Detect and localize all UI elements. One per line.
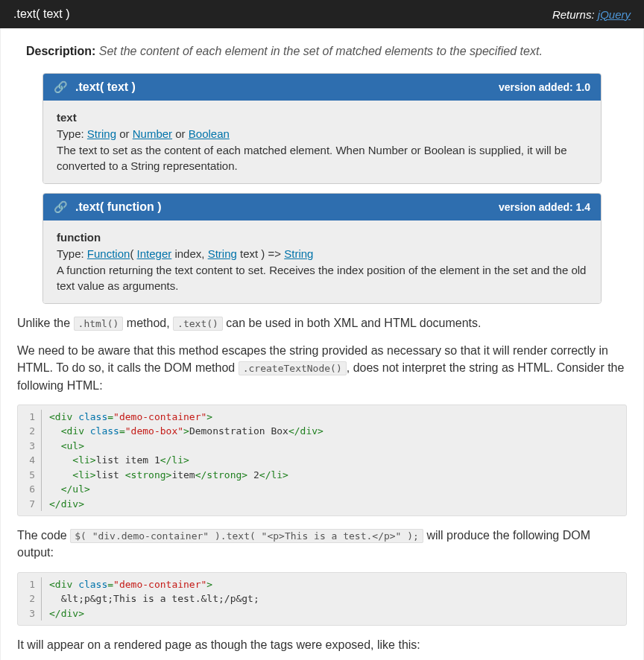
method-header: .text( text ) Returns: jQuery (0, 0, 644, 28)
paragraph: We need to be aware that this method esc… (17, 342, 627, 394)
link-icon[interactable]: 🔗 (54, 80, 68, 94)
line-number: 2 (25, 424, 42, 439)
signature-box: 🔗 .text( text ) version added: 1.0 text … (42, 73, 602, 184)
signature-name: .text( text ) (75, 80, 499, 94)
paragraph: Unlike the .html() method, .text() can b… (17, 314, 627, 331)
type-link[interactable]: String (208, 247, 237, 260)
type-link[interactable]: Integer (137, 247, 172, 260)
description-text: Set the content of each element in the s… (99, 45, 543, 57)
type-link[interactable]: String (87, 127, 116, 140)
line-number: 6 (25, 482, 42, 497)
type-link[interactable]: Number (133, 127, 172, 140)
inline-code: .html() (74, 317, 124, 331)
type-link[interactable]: String (284, 247, 313, 260)
line-number: 3 (25, 606, 42, 621)
signature-header: 🔗 .text( function ) version added: 1.4 (43, 194, 601, 220)
returns-label: Returns: (552, 8, 595, 21)
signature-header: 🔗 .text( text ) version added: 1.0 (43, 74, 601, 101)
signature-name: .text( function ) (75, 200, 499, 214)
line-number: 3 (25, 439, 42, 454)
paragraph: It will appear on a rendered page as tho… (17, 636, 627, 653)
inline-code: .text() (173, 317, 223, 331)
returns: Returns: jQuery (552, 8, 631, 21)
type-link[interactable]: Function (87, 247, 130, 260)
param-name: function (57, 229, 587, 246)
line-number: 5 (25, 468, 42, 483)
description: Description: Set the content of each ele… (26, 45, 618, 58)
line-number: 1 (25, 410, 42, 425)
line-number: 4 (25, 453, 42, 468)
code-block: 1<div class="demo-container"> 2 &lt;p&gt… (17, 572, 627, 626)
returns-type-link[interactable]: jQuery (598, 8, 631, 21)
signature-box: 🔗 .text( function ) version added: 1.4 f… (42, 193, 602, 304)
version-added: version added: 1.4 (499, 201, 590, 213)
line-number: 2 (25, 591, 42, 606)
long-description: Unlike the .html() method, .text() can b… (16, 314, 628, 660)
param-name: text (57, 110, 587, 126)
code-block: 1<div class="demo-container"> 2 <div cla… (17, 404, 627, 517)
inline-code: $( "div.demo-container" ).text( "<p>This… (70, 529, 423, 543)
signature-body: function Type: Function( Integer index, … (43, 220, 601, 303)
description-label: Description: (26, 45, 95, 57)
signature-body: text Type: String or Number or Boolean T… (43, 101, 601, 183)
param-type: Type: String or Number or Boolean (57, 126, 587, 142)
line-number: 7 (25, 497, 42, 512)
version-added: version added: 1.0 (499, 81, 590, 93)
method-title: .text( text ) (13, 7, 70, 21)
paragraph: The code $( "div.demo-container" ).text(… (17, 527, 627, 561)
param-type: Type: Function( Integer index, String te… (57, 246, 587, 262)
line-number: 1 (25, 577, 42, 592)
inline-code: .createTextNode() (239, 361, 347, 375)
param-desc: A function returning the text content to… (57, 262, 587, 295)
type-link[interactable]: Boolean (189, 127, 230, 140)
link-icon[interactable]: 🔗 (54, 200, 68, 214)
param-desc: The text to set as the content of each m… (57, 142, 587, 175)
